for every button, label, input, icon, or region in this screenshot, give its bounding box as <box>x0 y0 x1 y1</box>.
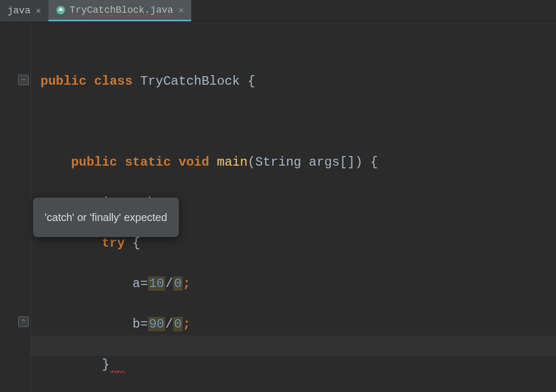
tab-label: TryCatchBlock.java <box>70 5 173 15</box>
file-icon <box>56 5 66 15</box>
tab-bar: java ✕ TryCatchBlock.java ✕ <box>0 0 556 21</box>
close-icon[interactable]: ✕ <box>178 5 184 15</box>
error-marker[interactable] <box>110 357 125 372</box>
gutter: − ⌃ <box>0 21 31 392</box>
error-tooltip: 'catch' or 'finally' expected <box>33 198 179 237</box>
tab-label: java <box>7 5 30 16</box>
fold-end-icon[interactable]: ⌃ <box>18 316 29 327</box>
caret-line <box>31 336 556 356</box>
fold-collapse-icon[interactable]: − <box>18 75 29 85</box>
code-area[interactable]: public class TryCatchBlock { public stat… <box>31 21 556 392</box>
tab-java[interactable]: java ✕ <box>0 0 48 21</box>
tab-trycatchblock[interactable]: TryCatchBlock.java ✕ <box>48 0 191 21</box>
close-icon[interactable]: ✕ <box>36 5 41 16</box>
editor[interactable]: − ⌃ public class TryCatchBlock { public … <box>0 21 556 392</box>
